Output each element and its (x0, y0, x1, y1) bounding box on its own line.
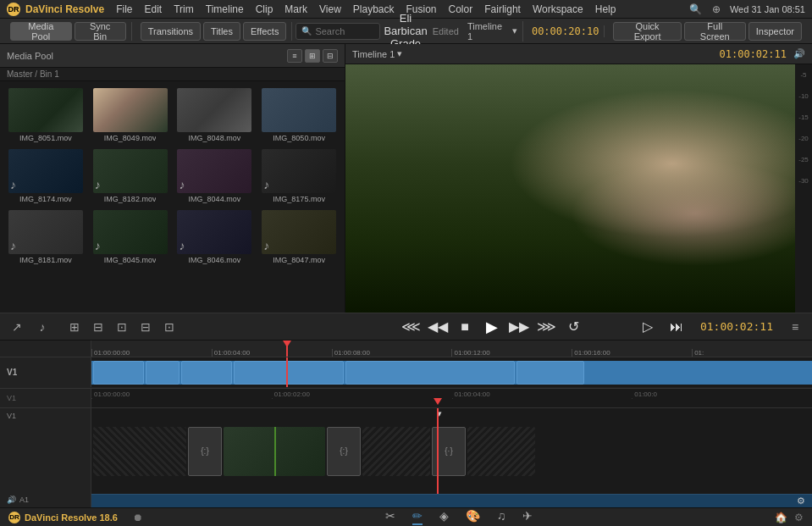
media-item-name: IMG_8174.mov (19, 195, 72, 203)
full-screen-button[interactable]: Full Screen (684, 22, 746, 41)
menu-timeline[interactable]: Timeline (206, 3, 244, 15)
menu-help[interactable]: Help (595, 3, 616, 15)
clip-1[interactable] (93, 361, 144, 385)
menu-workspace[interactable]: Workspace (533, 3, 583, 15)
chevron-down-icon[interactable]: ▾ (397, 48, 402, 59)
media-thumb: ♪ (262, 149, 336, 193)
menu-right: 🔍 ⊕ Wed 31 Jan 08:51 (689, 3, 805, 16)
clip-6[interactable] (516, 361, 584, 385)
preview-area[interactable]: -5 -10 -15 -20 -25 -30 (345, 64, 812, 313)
menu-trim[interactable]: Trim (174, 3, 194, 15)
menu-mark[interactable]: Mark (284, 3, 307, 15)
record-icon[interactable]: ⏺ (133, 512, 143, 523)
cut-page-icon[interactable]: ✂ (385, 509, 395, 525)
media-thumb (93, 88, 168, 132)
tl-tool-2[interactable]: ♪ (32, 317, 52, 337)
play-button[interactable]: ▶ (480, 315, 504, 339)
vid-thumb-1[interactable] (93, 427, 186, 476)
menu-clip[interactable]: Clip (256, 3, 273, 15)
deliver-page-icon[interactable]: ✈ (522, 509, 533, 525)
end-button[interactable]: ⏭ (665, 315, 688, 339)
vid-thumb-4[interactable] (467, 427, 535, 476)
skip-forward-button[interactable]: ⋙ (534, 315, 558, 339)
ruler-mark-15: -15 (798, 114, 809, 121)
volume-icon[interactable]: 🔊 (7, 496, 16, 504)
datetime-display: Wed 31 Jan 08:51 (730, 4, 805, 14)
search-input[interactable] (315, 26, 374, 36)
tl-view-btn[interactable]: ⊞ (64, 317, 85, 337)
fairlight-page-icon[interactable]: ♫ (497, 509, 506, 525)
menu-file[interactable]: File (116, 3, 132, 15)
next-button[interactable]: ▶▶ (507, 315, 531, 339)
media-pool-button[interactable]: Media Pool (10, 22, 72, 41)
search-icon[interactable]: 🔍 (689, 3, 703, 16)
color-page-icon[interactable]: 🎨 (466, 509, 480, 525)
clip-3[interactable] (181, 361, 232, 385)
tl-tool-1[interactable]: ↗ (7, 317, 27, 337)
clip-4[interactable] (234, 361, 344, 385)
quick-export-button[interactable]: Quick Export (613, 22, 681, 41)
media-item[interactable]: IMG_8051.mov (3, 85, 88, 146)
media-item[interactable]: IMG_8050.mov (257, 85, 341, 146)
vid-thumb-bracket-1[interactable]: {:} (188, 427, 222, 476)
titles-button[interactable]: Titles (203, 22, 240, 41)
search-icon: 🔍 (301, 26, 312, 36)
tl-options-button[interactable]: ≡ (785, 317, 805, 337)
edit-page-icon[interactable]: ✏ (412, 509, 423, 525)
timeline-ruler-row: 01:00:00:00 01:00:04:00 01:00:08:00 01:0… (0, 341, 812, 357)
vid-thumb-2[interactable] (224, 427, 325, 476)
transitions-button[interactable]: Transitions (141, 22, 201, 41)
media-item[interactable]: ♪ IMG_8181.mov (3, 207, 88, 268)
prev-button[interactable]: ◀◀ (426, 315, 450, 339)
track-labels-header (0, 341, 91, 357)
vid-thumb-bracket-2[interactable]: {:} (327, 427, 361, 476)
settings-icon[interactable]: ⚙ (794, 512, 804, 523)
chevron-down-icon[interactable]: ▾ (512, 25, 517, 36)
fullscreen-playback-button[interactable]: ▷ (636, 315, 660, 339)
sync-bin-button[interactable]: Sync Bin (75, 22, 126, 41)
tl-audio-btn[interactable]: ⊡ (159, 317, 180, 337)
zoom-controls: V1 (0, 389, 91, 407)
media-item[interactable]: IMG_8049.mov (88, 85, 173, 146)
stop-button[interactable]: ■ (453, 315, 477, 339)
media-item-name: IMG_8175.mov (273, 195, 325, 203)
home-icon[interactable]: 🏠 (775, 512, 787, 523)
tl-layer-btn[interactable]: ⊡ (112, 317, 132, 337)
effects-button[interactable]: Effects (243, 22, 286, 41)
media-item[interactable]: ♪ IMG_8174.mov (3, 146, 88, 207)
media-item[interactable]: ♪ IMG_8046.mov (173, 207, 257, 268)
skip-back-button[interactable]: ⋘ (399, 315, 423, 339)
vid-thumb-3[interactable] (362, 427, 430, 476)
edited-badge: Edited (433, 26, 459, 36)
media-item[interactable]: ♪ IMG_8047.mov (257, 207, 341, 268)
grid-view-icon[interactable]: ⊞ (305, 49, 320, 63)
media-item[interactable]: IMG_8048.mov (173, 85, 257, 146)
svg-rect-6 (430, 131, 456, 165)
timeline-label: Timeline 1 ▾ (467, 21, 517, 42)
menu-edit[interactable]: Edit (145, 3, 163, 15)
media-item[interactable]: ♪ IMG_8175.mov (257, 146, 341, 207)
large-grid-icon[interactable]: ⊟ (323, 49, 338, 63)
media-item[interactable]: ♪ IMG_8045.mov (88, 207, 173, 268)
list-view-icon[interactable]: ≡ (287, 49, 302, 63)
search-box[interactable]: 🔍 (296, 23, 380, 40)
clip-5[interactable] (345, 361, 515, 385)
audio-icon[interactable]: 🔊 (793, 48, 805, 59)
loop-button[interactable]: ↺ (561, 315, 585, 339)
menu-fairlight[interactable]: Fairlight (484, 3, 521, 15)
v1-track-row: V1 (0, 357, 812, 388)
settings-icon[interactable]: ⚙ (797, 496, 805, 507)
svg-rect-2 (396, 89, 422, 123)
clip-thumbnails-row: V1 🔊 A1 {:} {:} (0, 408, 812, 507)
v1-track-content[interactable] (91, 357, 812, 387)
media-item[interactable]: ♪ IMG_8182.mov (88, 146, 173, 207)
tl-track-btn[interactable]: ⊟ (88, 317, 108, 337)
menu-view[interactable]: View (319, 3, 341, 15)
tl-track2-btn[interactable]: ⊟ (135, 317, 156, 337)
app-logo[interactable]: DR DaVinci Resolve (7, 3, 104, 16)
control-center-icon[interactable]: ⊕ (710, 3, 723, 16)
inspector-button[interactable]: Inspector (748, 22, 802, 41)
fusion-page-icon[interactable]: ◈ (439, 509, 449, 525)
clip-2[interactable] (146, 361, 180, 385)
media-item[interactable]: ♪ IMG_8044.mov (173, 146, 257, 207)
